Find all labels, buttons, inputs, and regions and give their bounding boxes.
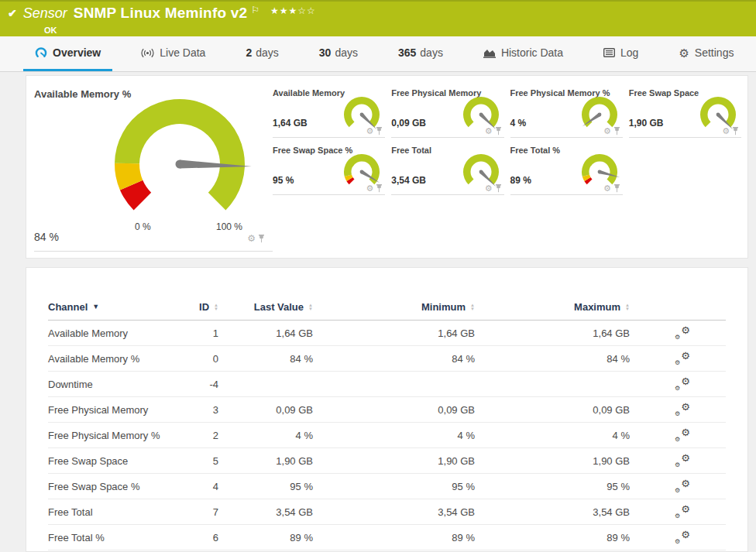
channel-gear-icon[interactable]: ⚙⚙ — [675, 327, 690, 339]
cell-minimum: 84 % — [313, 353, 475, 365]
gear-icon[interactable]: ⚙ — [485, 127, 493, 135]
stars-filled: ★★★ — [270, 5, 297, 16]
pin-icon[interactable] — [613, 184, 620, 193]
cell-maximum: 3,54 GB — [475, 506, 630, 518]
tab-historic-data[interactable]: Historic Data — [472, 36, 575, 71]
cell-channel[interactable]: Free Total — [48, 506, 191, 518]
pin-icon[interactable] — [495, 184, 502, 193]
gear-icon: ⚙ — [679, 47, 689, 59]
pin-icon[interactable] — [376, 127, 383, 135]
channel-tile-available-memory[interactable]: Available Memory1,64 GB⚙ — [273, 87, 385, 138]
pin-icon[interactable] — [376, 184, 383, 193]
sort-icon: ▲▼ — [625, 303, 630, 311]
cell-id: 0 — [191, 353, 218, 365]
column-header-maximum[interactable]: Maximum▲▼ — [475, 301, 630, 313]
tab-2-days[interactable]: 2days — [234, 36, 290, 71]
cell-last-value: 1,90 GB — [218, 455, 313, 467]
cell-id: 2 — [191, 430, 218, 441]
pin-icon[interactable] — [258, 235, 265, 243]
column-header-channel[interactable]: Channel▼ — [48, 301, 191, 313]
gear-icon[interactable]: ⚙ — [603, 127, 611, 135]
gear-icon[interactable]: ⚙ — [247, 234, 256, 243]
gauge-value: 1,90 GB — [629, 118, 664, 129]
table-header-row: Channel▼ID▲▼Last Value▲▼Minimum▲▼Maximum… — [48, 301, 726, 321]
column-label: Minimum — [421, 301, 466, 313]
cell-maximum: 95 % — [475, 481, 630, 492]
divider — [34, 251, 273, 252]
priority-flag-icon[interactable]: ⚐ — [251, 5, 259, 15]
column-label: ID — [199, 301, 209, 313]
gauge-value: 3,54 GB — [391, 175, 426, 186]
channel-tile-free-total[interactable]: Free Total3,54 GB⚙ — [391, 144, 503, 195]
sensor-title: SNMP Linux Meminfo v2 — [74, 5, 248, 22]
cell-minimum: 1,64 GB — [313, 327, 475, 339]
column-header-minimum[interactable]: Minimum▲▼ — [313, 301, 475, 313]
channel-row-free-swap-space: Free Swap Space %495 %95 %95 %⚙⚙ — [48, 474, 726, 499]
tab-label: Live Data — [160, 46, 205, 59]
channel-gear-icon[interactable]: ⚙⚙ — [675, 352, 690, 365]
channel-tile-free-physical-memory[interactable]: Free Physical Memory0,09 GB⚙ — [391, 87, 503, 138]
cell-last-value: 3,54 GB — [218, 506, 313, 518]
tab-365-days[interactable]: 365days — [387, 36, 455, 71]
channel-tile-free-physical-memory[interactable]: Free Physical Memory %4 %⚙ — [510, 87, 623, 138]
pin-icon[interactable] — [495, 127, 502, 135]
rating-stars[interactable]: ★★★☆☆ — [270, 5, 316, 16]
pin-icon[interactable] — [613, 127, 620, 135]
gear-icon[interactable]: ⚙ — [366, 127, 373, 135]
tab-label: days — [335, 46, 358, 59]
channel-tile-free-swap-space[interactable]: Free Swap Space1,90 GB⚙ — [629, 87, 741, 138]
channel-tile-available-memory-pct[interactable]: Available Memory % 0 % 100 % 84 % ⚙ — [26, 76, 273, 258]
cell-last-value: 4 % — [218, 430, 313, 441]
cell-minimum: 3,54 GB — [313, 506, 475, 518]
channel-gear-icon[interactable]: ⚙⚙ — [675, 531, 690, 543]
column-header-last-value[interactable]: Last Value▲▼ — [218, 301, 313, 313]
gear-icon[interactable]: ⚙ — [485, 184, 493, 193]
cell-last-value: 89 % — [218, 532, 313, 543]
gauge-min-label: 0 % — [135, 221, 151, 232]
status-check-icon: ✔ — [8, 7, 17, 19]
gear-icon[interactable]: ⚙ — [722, 127, 730, 135]
channel-gear-icon[interactable]: ⚙⚙ — [675, 480, 690, 492]
tab-settings[interactable]: ⚙Settings — [667, 36, 745, 71]
tab-label: days — [420, 46, 443, 59]
cell-channel[interactable]: Downtime — [48, 379, 191, 390]
tab-label: days — [256, 46, 279, 59]
gauge-title: Free Total % — [510, 146, 561, 155]
cell-last-value: 0,09 GB — [218, 404, 313, 416]
tab-label: Historic Data — [501, 46, 563, 59]
channel-gear-icon[interactable]: ⚙⚙ — [675, 506, 690, 518]
sensor-kicker: Sensor — [23, 5, 67, 22]
channel-gear-icon[interactable]: ⚙⚙ — [675, 429, 690, 441]
channel-gear-icon[interactable]: ⚙⚙ — [675, 403, 690, 416]
cell-channel[interactable]: Available Memory — [48, 327, 191, 339]
cell-channel[interactable]: Free Total % — [48, 532, 191, 543]
sensor-header: ✔ Sensor SNMP Linux Meminfo v2 ⚐ ★★★☆☆ O… — [0, 0, 756, 36]
channel-tile-free-total[interactable]: Free Total %89 %⚙ — [510, 144, 623, 195]
channel-row-available-memory: Available Memory11,64 GB1,64 GB1,64 GB⚙⚙ — [48, 321, 726, 346]
channel-gear-icon[interactable]: ⚙⚙ — [675, 454, 690, 467]
column-header-id[interactable]: ID▲▼ — [191, 301, 218, 313]
cell-channel[interactable]: Free Physical Memory — [48, 404, 191, 416]
cell-channel[interactable]: Free Physical Memory % — [48, 430, 191, 441]
gear-icon[interactable]: ⚙ — [366, 184, 373, 193]
channel-tile-free-swap-space[interactable]: Free Swap Space %95 %⚙ — [273, 144, 385, 195]
column-label: Channel — [48, 301, 88, 313]
pin-icon[interactable] — [732, 127, 739, 135]
tab-live-data[interactable]: Live Data — [129, 36, 217, 71]
gear-icon[interactable]: ⚙ — [603, 184, 611, 193]
channel-gear-icon[interactable]: ⚙⚙ — [675, 378, 690, 390]
log-icon — [603, 48, 615, 57]
cell-minimum: 95 % — [313, 481, 475, 492]
cell-channel[interactable]: Free Swap Space — [48, 455, 191, 467]
tab-30-days[interactable]: 30days — [308, 36, 369, 71]
cell-id: 7 — [191, 506, 218, 518]
cell-channel[interactable]: Available Memory % — [48, 353, 191, 365]
gauge-value: 4 % — [510, 118, 527, 129]
cell-channel[interactable]: Free Swap Space % — [48, 481, 191, 492]
tab-log[interactable]: Log — [592, 36, 650, 71]
tab-prefix: 2 — [246, 46, 252, 59]
tab-label: Overview — [53, 46, 101, 59]
cell-maximum: 84 % — [475, 353, 630, 365]
tab-overview[interactable]: Overview — [23, 36, 112, 71]
tab-prefix: 30 — [319, 46, 332, 59]
